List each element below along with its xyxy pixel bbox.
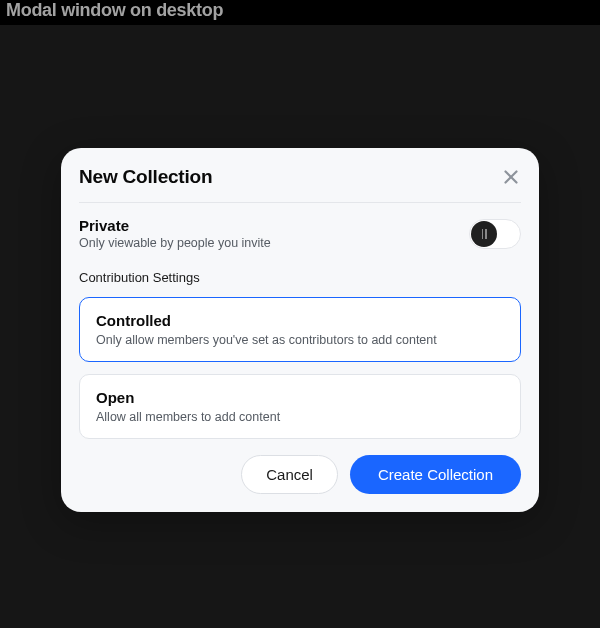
private-toggle[interactable] bbox=[469, 219, 521, 249]
option-open-title: Open bbox=[96, 389, 504, 406]
modal-body: Private Only viewable by people you invi… bbox=[79, 203, 521, 494]
page-header: Modal window on desktop bbox=[0, 0, 600, 25]
modal-footer: Cancel Create Collection bbox=[79, 455, 521, 494]
private-setting-row: Private Only viewable by people you invi… bbox=[79, 217, 521, 250]
private-description: Only viewable by people you invite bbox=[79, 236, 271, 250]
modal-backdrop: New Collection Private Only viewable by … bbox=[0, 25, 600, 628]
option-open-description: Allow all members to add content bbox=[96, 410, 504, 424]
private-text-group: Private Only viewable by people you invi… bbox=[79, 217, 271, 250]
modal-header: New Collection bbox=[79, 166, 521, 203]
cancel-button[interactable]: Cancel bbox=[241, 455, 338, 494]
modal-title: New Collection bbox=[79, 166, 212, 188]
create-collection-button[interactable]: Create Collection bbox=[350, 455, 521, 494]
private-title: Private bbox=[79, 217, 271, 234]
option-controlled-title: Controlled bbox=[96, 312, 504, 329]
modal-window: New Collection Private Only viewable by … bbox=[61, 148, 539, 512]
toggle-knob-icon bbox=[471, 221, 497, 247]
close-button[interactable] bbox=[501, 167, 521, 187]
option-controlled[interactable]: Controlled Only allow members you've set… bbox=[79, 297, 521, 362]
page-header-text: Modal window on desktop bbox=[6, 0, 223, 20]
option-controlled-description: Only allow members you've set as contrib… bbox=[96, 333, 504, 347]
option-open[interactable]: Open Allow all members to add content bbox=[79, 374, 521, 439]
close-icon bbox=[504, 170, 518, 184]
contribution-settings-label: Contribution Settings bbox=[79, 270, 521, 285]
